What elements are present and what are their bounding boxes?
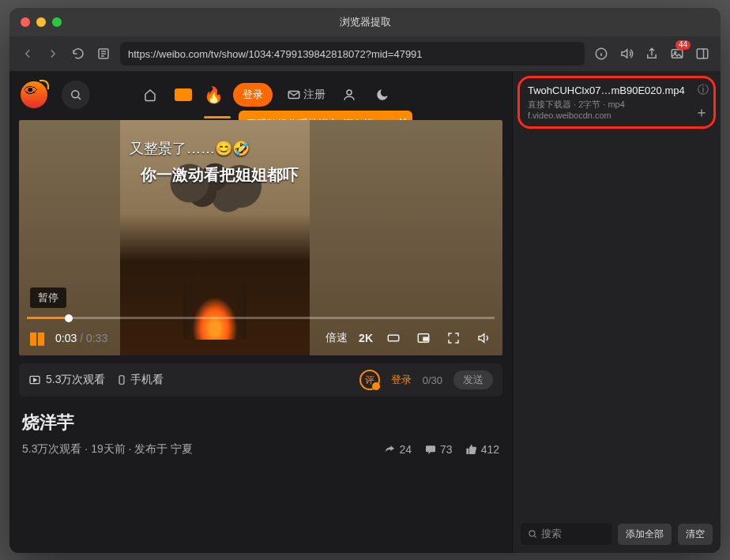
download-filename: TwohCUHClx07…mB90E020.mp4 (528, 85, 706, 96)
comment-bar: 5.3万次观看 手机看 评 登录 0/30 发送 (19, 363, 502, 397)
home-icon[interactable] (141, 85, 160, 104)
svg-point-5 (72, 91, 79, 98)
speed-button[interactable]: 倍速 (325, 331, 348, 345)
login-button[interactable]: 登录 (233, 83, 273, 107)
svg-rect-10 (423, 337, 427, 340)
back-button[interactable] (19, 43, 36, 65)
time-display: 0:03 / 0:33 (55, 332, 107, 344)
like-icon (465, 443, 478, 456)
volume-icon[interactable] (618, 45, 635, 62)
share-arrow-icon (383, 443, 396, 456)
svg-rect-13 (426, 445, 435, 452)
download-panel: TwohCUHClx07…mB90E020.mp4 直接下载器 · 2字节 · … (512, 71, 721, 553)
volume-button-icon[interactable] (474, 331, 493, 345)
caption-line-1: 又整景了……😊🤣 (130, 139, 250, 158)
fullscreen-icon[interactable] (444, 331, 463, 345)
svg-rect-12 (120, 376, 125, 385)
download-host: f.video.weibocdn.com (528, 111, 706, 120)
comment-stat[interactable]: 73 (424, 443, 453, 456)
reload-button[interactable] (70, 45, 87, 62)
video-meta: 5.3万次观看 · 19天前 · 发布于 宁夏 24 73 412 (22, 442, 499, 457)
video-player[interactable]: 又整景了……😊🤣 你一激动看把姐姐都吓 暂停 ▮▮ 0:03 / 0:33 倍速… (19, 120, 502, 355)
wide-screen-icon[interactable] (384, 331, 403, 345)
active-tab-underline (204, 116, 231, 118)
register-link[interactable]: 注册 (287, 88, 325, 102)
reader-icon[interactable] (95, 45, 112, 62)
mail-icon (287, 88, 301, 102)
svg-point-14 (529, 531, 535, 536)
mobile-watch-button[interactable]: 手机看 (116, 373, 164, 387)
share-stat[interactable]: 24 (383, 443, 412, 456)
video-tab-icon[interactable] (174, 85, 193, 104)
picture-icon[interactable]: 44 (668, 45, 686, 62)
char-counter: 0/30 (423, 374, 442, 386)
panel-search-input[interactable]: 搜索 (521, 523, 611, 545)
weibo-logo-icon[interactable] (21, 81, 47, 108)
comment-login-link[interactable]: 登录 (391, 373, 412, 387)
video-title: 烧洋芋 (22, 411, 499, 434)
app-window: 浏览器提取 https://weibo.com/tv/show/1034:479… (9, 8, 721, 553)
phone-icon (116, 374, 127, 385)
share-icon[interactable] (643, 45, 660, 62)
quality-button[interactable]: 2K (359, 332, 373, 344)
sidebar-toggle-icon[interactable] (694, 45, 711, 62)
page-content: 🔥 登录 注册 已跟随操作系统进入"深色模式"，点击切换试试吧 ✕ (9, 71, 512, 553)
forward-button[interactable] (44, 43, 62, 65)
browser-toolbar: https://weibo.com/tv/show/1034:479913984… (9, 36, 721, 71)
clear-button[interactable]: 清空 (678, 524, 713, 545)
search-button[interactable] (62, 81, 90, 109)
play-box-icon (28, 374, 41, 386)
video-controls: ▮▮ 0:03 / 0:33 倍速 2K (19, 321, 502, 355)
send-button[interactable]: 发送 (453, 370, 493, 389)
profile-icon[interactable] (340, 85, 359, 104)
caption-line-2: 你一激动看把姐姐都吓 (141, 164, 299, 186)
add-all-button[interactable]: 添加全部 (618, 524, 672, 545)
info-icon[interactable] (593, 45, 610, 62)
address-bar[interactable]: https://weibo.com/tv/show/1034:479913984… (120, 42, 585, 66)
comment-icon (424, 443, 437, 456)
item-add-icon[interactable]: ＋ (694, 103, 709, 122)
window-title: 浏览器提取 (9, 15, 721, 29)
weibo-topnav: 🔥 登录 注册 已跟随操作系统进入"深色模式"，点击切换试试吧 ✕ (9, 76, 512, 118)
notification-badge: 44 (675, 40, 690, 50)
download-item[interactable]: TwohCUHClx07…mB90E020.mp4 直接下载器 · 2字节 · … (517, 76, 716, 129)
download-meta: 直接下载器 · 2字节 · mp4 (528, 99, 706, 111)
svg-point-7 (347, 90, 352, 95)
svg-rect-4 (697, 49, 708, 58)
video-info: 烧洋芋 5.3万次观看 · 19天前 · 发布于 宁夏 24 73 (9, 397, 512, 457)
dark-mode-icon[interactable] (373, 85, 392, 104)
search-icon (527, 528, 538, 539)
view-count: 5.3万次观看 (28, 373, 105, 387)
progress-bar[interactable] (27, 317, 495, 319)
hot-icon[interactable]: 🔥 (204, 85, 224, 104)
pause-button[interactable]: ▮▮ (28, 328, 44, 348)
content-body: 🔥 登录 注册 已跟随操作系统进入"深色模式"，点击切换试试吧 ✕ (9, 71, 721, 553)
pip-icon[interactable] (414, 331, 433, 345)
danmaku-toggle-icon[interactable]: 评 (359, 370, 380, 390)
svg-rect-8 (388, 335, 399, 341)
item-info-icon[interactable]: ⓘ (698, 83, 709, 97)
panel-footer: 搜索 添加全部 清空 (513, 515, 721, 553)
like-stat[interactable]: 412 (465, 443, 499, 456)
pause-label: 暂停 (30, 288, 66, 308)
titlebar: 浏览器提取 (9, 8, 721, 36)
